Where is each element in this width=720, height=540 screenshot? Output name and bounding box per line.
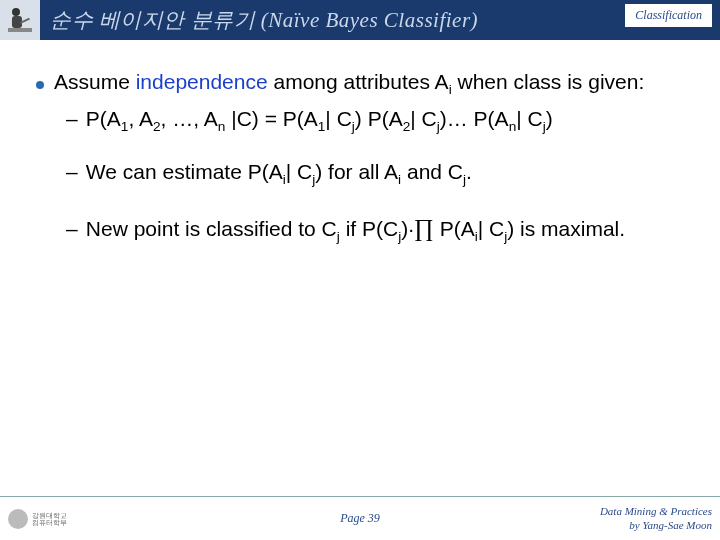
text: ) for all A — [315, 160, 398, 183]
text: P(A — [86, 107, 121, 130]
bullet-text: Assume independence among attributes Ai … — [54, 70, 644, 97]
sub-item-estimate: – We can estimate P(Ai| Cj) for all Ai a… — [66, 160, 684, 187]
text: )· — [401, 217, 414, 240]
credit-line: Data Mining & Practices — [600, 505, 712, 518]
slide-footer: 강원대학교 컴퓨터학부 Page 39 Data Mining & Practi… — [0, 496, 720, 540]
text: | C — [516, 107, 542, 130]
text: , …, A — [161, 107, 218, 130]
svg-point-0 — [12, 8, 20, 16]
text: ) is maximal. — [507, 217, 625, 240]
text: | C — [286, 160, 312, 183]
page-number: Page 39 — [340, 511, 380, 526]
slide-title: 순수 베이지안 분류기 (Naïve Bayes Classifier) — [50, 6, 478, 34]
text: when class is given: — [452, 70, 645, 93]
highlight-text: independence — [136, 70, 268, 93]
person-writing-icon — [0, 0, 40, 40]
footer-credits: Data Mining & Practices by Yang-Sae Moon — [600, 505, 712, 531]
text: Assume — [54, 70, 136, 93]
text: if P(C — [340, 217, 398, 240]
subscript: 2 — [153, 119, 161, 134]
text: | C — [325, 107, 351, 130]
logo-text: 강원대학교 컴퓨터학부 — [32, 512, 67, 526]
text: )… P(A — [440, 107, 509, 130]
text: We can estimate P(A — [86, 160, 283, 183]
slide: 순수 베이지안 분류기 (Naïve Bayes Classifier) Cla… — [0, 0, 720, 540]
dash-icon: – — [66, 217, 80, 241]
text: 강원대학교 — [32, 512, 67, 519]
dash-icon: – — [66, 107, 80, 131]
sub-item-classify: – New point is classified to Cj if P(Cj)… — [66, 214, 684, 244]
bullet-item: Assume independence among attributes Ai … — [36, 70, 684, 97]
text: P(A — [434, 217, 475, 240]
footer-logo: 강원대학교 컴퓨터학부 — [8, 505, 68, 533]
sub-item-formula: – P(A1, A2, …, An |C) = P(A1| Cj) P(A2| … — [66, 107, 684, 134]
chapter-label: Classification — [625, 4, 712, 27]
product-symbol: ∏ — [414, 214, 434, 241]
text: among attributes A — [268, 70, 449, 93]
dash-icon: – — [66, 160, 80, 184]
text: 컴퓨터학부 — [32, 519, 67, 526]
bullet-dot-icon — [36, 81, 44, 89]
slide-header: 순수 베이지안 분류기 (Naïve Bayes Classifier) — [0, 0, 720, 40]
text: New point is classified to C — [86, 217, 337, 240]
title-bar: 순수 베이지안 분류기 (Naïve Bayes Classifier) — [40, 0, 720, 40]
text: ) P(A — [355, 107, 403, 130]
slide-content: Assume independence among attributes Ai … — [0, 40, 720, 496]
text: and C — [401, 160, 463, 183]
credit-line: by Yang-Sae Moon — [600, 519, 712, 532]
text: | C — [410, 107, 436, 130]
text: ) — [546, 107, 553, 130]
text: | C — [478, 217, 504, 240]
text: . — [466, 160, 472, 183]
university-logo-icon — [8, 509, 28, 529]
text: , A — [128, 107, 153, 130]
svg-rect-3 — [8, 28, 32, 32]
text: |C) = P(A — [225, 107, 317, 130]
